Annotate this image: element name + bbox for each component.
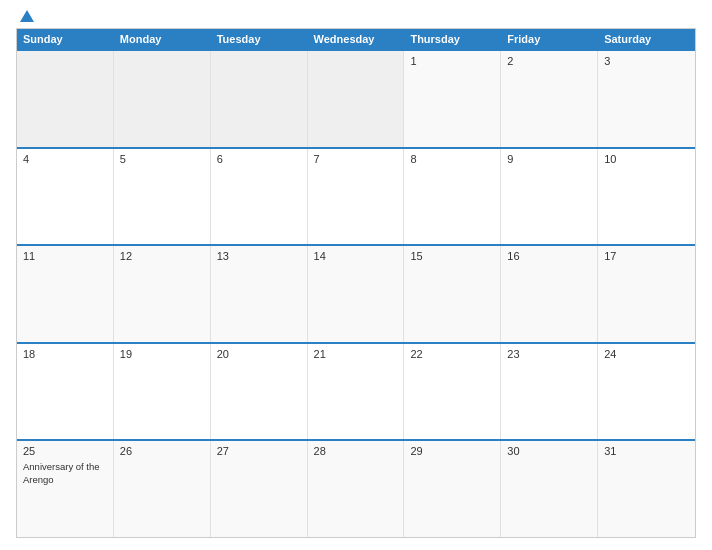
calendar-cell	[17, 51, 114, 147]
calendar: SundayMondayTuesdayWednesdayThursdayFrid…	[16, 28, 696, 538]
calendar-cell: 2	[501, 51, 598, 147]
calendar-cell: 23	[501, 344, 598, 440]
day-number: 1	[410, 55, 494, 67]
day-number: 10	[604, 153, 689, 165]
day-number: 25	[23, 445, 107, 457]
calendar-cell: 24	[598, 344, 695, 440]
day-number: 17	[604, 250, 689, 262]
calendar-cell: 4	[17, 149, 114, 245]
day-number: 21	[314, 348, 398, 360]
day-number: 4	[23, 153, 107, 165]
calendar-cell: 5	[114, 149, 211, 245]
calendar-header-day: Thursday	[404, 29, 501, 49]
calendar-header-day: Saturday	[598, 29, 695, 49]
calendar-header-day: Wednesday	[308, 29, 405, 49]
day-number: 27	[217, 445, 301, 457]
day-number: 7	[314, 153, 398, 165]
calendar-cell: 6	[211, 149, 308, 245]
calendar-cell: 1	[404, 51, 501, 147]
calendar-cell: 13	[211, 246, 308, 342]
calendar-cell: 27	[211, 441, 308, 537]
day-number: 13	[217, 250, 301, 262]
calendar-cell: 28	[308, 441, 405, 537]
day-number: 18	[23, 348, 107, 360]
day-number: 8	[410, 153, 494, 165]
day-number: 6	[217, 153, 301, 165]
calendar-cell: 10	[598, 149, 695, 245]
day-number: 15	[410, 250, 494, 262]
day-number: 28	[314, 445, 398, 457]
header	[16, 12, 696, 22]
calendar-cell: 3	[598, 51, 695, 147]
calendar-header-day: Monday	[114, 29, 211, 49]
calendar-week: 123	[17, 49, 695, 147]
day-number: 5	[120, 153, 204, 165]
calendar-cell: 30	[501, 441, 598, 537]
calendar-cell: 21	[308, 344, 405, 440]
calendar-week: 45678910	[17, 147, 695, 245]
day-number: 2	[507, 55, 591, 67]
calendar-cell: 7	[308, 149, 405, 245]
day-number: 23	[507, 348, 591, 360]
calendar-cell: 25Anniversary of the Arengo	[17, 441, 114, 537]
calendar-body: 1234567891011121314151617181920212223242…	[17, 49, 695, 537]
calendar-cell: 29	[404, 441, 501, 537]
calendar-week: 18192021222324	[17, 342, 695, 440]
calendar-cell: 16	[501, 246, 598, 342]
calendar-cell: 18	[17, 344, 114, 440]
calendar-week: 25Anniversary of the Arengo262728293031	[17, 439, 695, 537]
day-number: 30	[507, 445, 591, 457]
day-number: 19	[120, 348, 204, 360]
calendar-cell: 17	[598, 246, 695, 342]
calendar-cell: 15	[404, 246, 501, 342]
calendar-cell: 9	[501, 149, 598, 245]
day-number: 24	[604, 348, 689, 360]
day-number: 11	[23, 250, 107, 262]
day-number: 31	[604, 445, 689, 457]
calendar-cell	[308, 51, 405, 147]
calendar-cell: 26	[114, 441, 211, 537]
calendar-header: SundayMondayTuesdayWednesdayThursdayFrid…	[17, 29, 695, 49]
calendar-header-day: Tuesday	[211, 29, 308, 49]
day-number: 22	[410, 348, 494, 360]
calendar-cell: 31	[598, 441, 695, 537]
calendar-cell: 20	[211, 344, 308, 440]
calendar-cell	[114, 51, 211, 147]
page: SundayMondayTuesdayWednesdayThursdayFrid…	[0, 0, 712, 550]
calendar-cell: 12	[114, 246, 211, 342]
day-number: 29	[410, 445, 494, 457]
calendar-cell: 8	[404, 149, 501, 245]
calendar-cell: 14	[308, 246, 405, 342]
calendar-cell: 22	[404, 344, 501, 440]
day-number: 14	[314, 250, 398, 262]
day-number: 26	[120, 445, 204, 457]
day-number: 16	[507, 250, 591, 262]
day-number: 9	[507, 153, 591, 165]
logo	[16, 12, 34, 22]
day-number: 3	[604, 55, 689, 67]
calendar-cell: 11	[17, 246, 114, 342]
calendar-header-day: Friday	[501, 29, 598, 49]
calendar-week: 11121314151617	[17, 244, 695, 342]
calendar-cell: 19	[114, 344, 211, 440]
logo-triangle-icon	[20, 10, 34, 22]
day-number: 12	[120, 250, 204, 262]
calendar-header-day: Sunday	[17, 29, 114, 49]
day-number: 20	[217, 348, 301, 360]
calendar-cell	[211, 51, 308, 147]
calendar-event: Anniversary of the Arengo	[23, 461, 107, 486]
